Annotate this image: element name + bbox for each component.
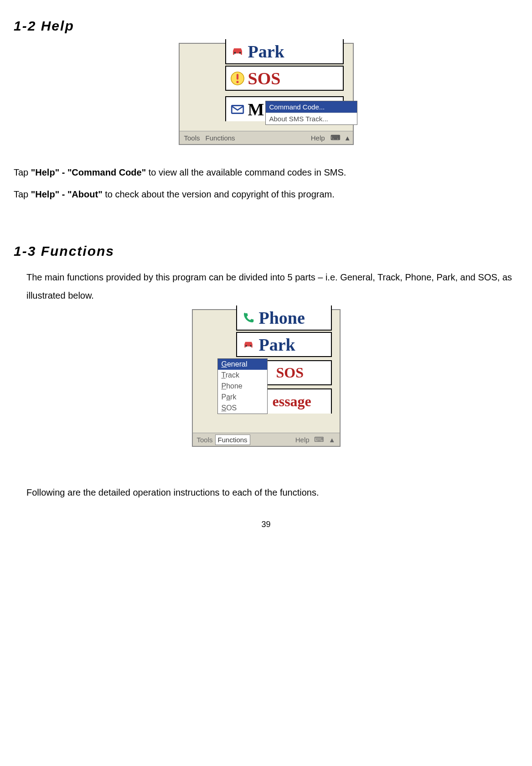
menu-item-park[interactable]: Park [218,392,267,403]
menu-item-command-code[interactable]: Command Code... [266,101,357,113]
chevron-up-icon[interactable]: ▲ [344,134,351,142]
phone-icon [240,309,257,326]
menu-item-sos[interactable]: SOS [218,403,267,414]
envelope-icon [229,101,246,118]
sos-label-partial: SOS [276,364,304,381]
app-row-sos[interactable]: SOS [225,66,344,91]
text: Tap [14,189,31,199]
menu-item-track[interactable]: Track [218,370,267,381]
svg-point-7 [250,345,252,347]
menu-item-phone[interactable]: Phone [218,381,267,392]
sip-icon-2[interactable]: ⌨ [312,435,326,445]
chevron-up-icon-2[interactable]: ▲ [326,435,338,445]
svg-point-4 [236,81,238,83]
paragraph-following: Following are the detailed operation ins… [14,483,518,502]
text: to check about the version and copyright… [103,189,335,199]
menu-item-general[interactable]: General [218,359,267,370]
sip-icon[interactable]: ⌨ [328,133,343,143]
menu-tools-2[interactable]: Tools [195,435,215,445]
message-label-partial-2: essage [273,393,311,410]
menu-help[interactable]: Help [308,133,328,143]
paragraph-command-code: Tap "Help" - "Command Code" to view all … [14,163,518,181]
svg-rect-3 [236,74,238,80]
park-label: Park [248,41,284,62]
text: Tap [14,167,31,177]
functions-popup-menu: General Track Phone Park SOS [217,358,268,414]
bold-text: "Help" - "About" [31,189,103,199]
alert-icon [229,70,246,87]
menu-tools[interactable]: Tools [181,133,203,143]
screenshot-1-wrap: Park SOS M Command Code... About SMS Tra… [14,43,518,145]
menu-functions-2[interactable]: Functions [215,435,250,445]
phone-label: Phone [259,308,305,328]
menu-item-about[interactable]: About SMS Track... [266,113,357,124]
menubar: Tools Functions Help ⌨ ▲ [180,131,353,144]
park-label-2: Park [259,335,295,355]
paragraph-functions-intro: The main functions provided by this prog… [14,268,518,305]
screenshot-functions-menu: Phone Park SOS essage General Track Phon… [192,309,341,447]
message-label-partial: M [248,99,264,119]
help-popup-menu: Command Code... About SMS Track... [265,101,357,125]
car-icon [240,336,257,353]
screenshot-2-wrap: Phone Park SOS essage General Track Phon… [14,309,518,447]
screenshot-help-menu: Park SOS M Command Code... About SMS Tra… [179,43,354,145]
bold-text: "Help" - "Command Code" [31,167,146,177]
app-row-phone[interactable]: Phone [236,305,332,331]
svg-point-0 [234,52,236,53]
paragraph-about: Tap "Help" - "About" to check about the … [14,185,518,203]
svg-point-6 [245,345,247,347]
car-icon [229,43,246,60]
menu-functions[interactable]: Functions [203,133,238,143]
svg-point-1 [239,52,241,53]
app-row-park-2[interactable]: Park [236,332,332,357]
section-heading-1-2: 1-2 Help [14,18,518,34]
sos-label: SOS [248,68,281,88]
text: to view all the available command codes … [146,167,346,177]
page-number: 39 [14,520,518,529]
section-heading-1-3: 1-3 Functions [14,243,518,259]
menubar-2: Tools Functions Help ⌨ ▲ [193,433,340,446]
menu-help-2[interactable]: Help [293,435,312,445]
app-row-park[interactable]: Park [225,39,344,64]
